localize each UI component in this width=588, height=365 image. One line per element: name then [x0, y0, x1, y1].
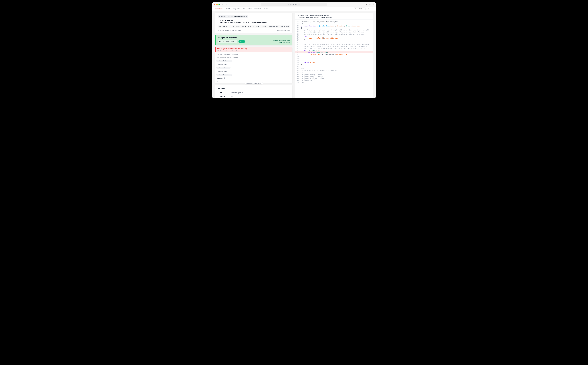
solution-card: Have you ran migrations? php artisan mig…: [215, 35, 292, 45]
code-line: 685: [295, 66, 373, 68]
tab-user[interactable]: USER: [248, 8, 252, 9]
code-text: */: [301, 82, 303, 84]
reload-icon[interactable]: ↻: [325, 4, 326, 5]
code-line: 668 // run the SQL against the PDO conne…: [295, 31, 373, 33]
stack-frame[interactable]: :346Illuminate\Database\Connection: [215, 56, 292, 59]
line-number: 683: [295, 62, 301, 63]
line-number: 682: [295, 59, 301, 62]
code-line: 682: [295, 59, 373, 62]
code-line: 691 * @param float|null $time: [295, 78, 373, 80]
code-line: 663 * @throws \Illuminate\Database\Query…: [295, 21, 373, 23]
line-number: 675: [295, 45, 301, 47]
forward-icon[interactable]: ›: [229, 4, 229, 6]
tab-request[interactable]: REQUEST: [233, 8, 239, 9]
exception-class-selector[interactable]: Illuminate\Database\QueryException ▾: [218, 15, 248, 18]
code-line: 688 *: [295, 72, 373, 74]
line-number: 673: [295, 41, 301, 43]
collapsed-frames-toggle[interactable]: + 10 vendor frames…: [216, 60, 232, 62]
code-body[interactable]: 663 * @throws \Illuminate\Database\Query…: [295, 20, 373, 84]
code-text: * @param string $query: [301, 74, 322, 76]
line-number: 663: [295, 21, 301, 23]
code-line: 666{: [295, 27, 373, 29]
close-window-icon[interactable]: [214, 4, 215, 5]
code-line: 667 // To execute the statement, we'll s…: [295, 29, 373, 31]
minimize-window-icon[interactable]: [216, 4, 217, 5]
address-bar[interactable]: ⚙︎ ignition-app.test ↻: [261, 3, 327, 6]
code-line: 675 // message to include the bindings w…: [295, 45, 373, 47]
exception-sql: SQL: select * from `users` where `uuid` …: [218, 25, 290, 28]
solution-command: php artisan migrate: [218, 40, 237, 43]
exception-card: Illuminate\Database\QueryException ▾ SQL…: [215, 13, 292, 33]
collapsed-frames-toggle[interactable]: + 1 vendor frame…: [216, 67, 231, 69]
code-text: // If an exception occurs when attemptin…: [301, 43, 370, 45]
line-number: 672: [295, 39, 301, 41]
code-line: 687 * Log a query in the connection's qu…: [295, 70, 373, 72]
tab-debug[interactable]: DEBUG: [264, 8, 268, 9]
stack-frame[interactable]: index.php :2: [215, 77, 292, 80]
content-body: Illuminate\Database\QueryException ▾ SQL…: [212, 11, 376, 98]
code-text: * @param array $bindings: [301, 76, 323, 78]
code-line: 669 // took to execute and log the query…: [295, 33, 373, 35]
sidebar-toggle-icon[interactable]: [222, 4, 224, 6]
exception-sqlstate: SQLSTATE[42S02]:: [220, 19, 290, 21]
line-number: 674: [295, 43, 301, 45]
code-line: 693 */: [295, 82, 373, 84]
tab-exception[interactable]: EXCEPTION: [215, 8, 223, 9]
stack-frame[interactable]: 1 unknown frame: [215, 70, 292, 73]
code-line: 664 */: [295, 23, 373, 25]
chevron-down-icon: ▾: [246, 16, 247, 17]
code-line: 692 * @return void: [295, 80, 373, 82]
request-title: Request: [218, 87, 290, 89]
stack-frame[interactable]: 1 unknown frame: [215, 63, 292, 66]
new-tab-icon[interactable]: [369, 4, 371, 6]
code-text: $query, $this->prepareBindings($bindings…: [301, 53, 348, 55]
tab-stack[interactable]: STACK: [226, 8, 230, 9]
code-text: /**: [301, 68, 303, 70]
stack-frame[interactable]: {Laravel…}/Illuminate/Database/Connectio…: [215, 47, 292, 52]
request-row: MethodGET: [220, 95, 290, 98]
solution-link-2[interactable]: CLI: Artisan Migrate: [279, 42, 290, 43]
docs-link[interactable]: Laravel 8 Docs: [354, 7, 366, 10]
tabs-overview-icon[interactable]: [372, 4, 374, 6]
code-text: * @throws \Illuminate\Database\QueryExce…: [301, 21, 339, 23]
code-text: * @return void: [301, 80, 313, 82]
code-text: // run the SQL against the PDO connectio…: [301, 31, 366, 33]
maximize-window-icon[interactable]: [218, 4, 220, 5]
solution-link-1[interactable]: Database: Running Migrations: [273, 40, 290, 41]
expand-all-button[interactable]: Expand all vendor frames: [245, 82, 263, 84]
try-it-button[interactable]: Try it: [238, 40, 245, 43]
code-line: 665protected function runQueryCallback($…: [295, 25, 373, 27]
line-number: 671: [295, 37, 301, 39]
code-header: {Laravel…}\Illuminate\Database\Connectio…: [295, 14, 373, 20]
code-text: throw new QueryException(: [301, 51, 328, 53]
code-text: {: [301, 27, 302, 29]
tab-context[interactable]: CONTEXT: [254, 8, 261, 9]
svg-rect-0: [222, 4, 224, 5]
line-number: 679: [295, 53, 301, 55]
share-button[interactable]: Share: [367, 8, 373, 10]
share-icon[interactable]: [366, 4, 367, 6]
collapsed-frames-toggle[interactable]: + 10 vendor frames…: [216, 74, 232, 76]
line-number: 677: [295, 49, 301, 51]
stack-frame[interactable]: :638Illuminate\Database\Connection: [215, 52, 292, 56]
code-text: catch (Exception $e) {: [301, 49, 322, 51]
line-number: 693: [295, 82, 301, 84]
code-text: // message to include the bindings with …: [301, 45, 367, 47]
line-number: 665: [295, 25, 301, 27]
code-line: 689 * @param string $query: [295, 74, 373, 76]
request-card: Request URLhttp://webapp.test/ MethodGET…: [215, 85, 292, 98]
line-number: 687: [295, 70, 301, 72]
line-number: 678: [295, 51, 301, 53]
window-controls: [214, 4, 220, 5]
line-number: 692: [295, 80, 301, 82]
code-line: 679 $query, $this->prepareBindings($bind…: [295, 53, 373, 55]
exception-message: SQLSTATE[42S02]: Base table or view not …: [218, 19, 290, 23]
line-number: 690: [295, 76, 301, 78]
line-number: 668: [295, 31, 301, 33]
code-text: }: [301, 57, 305, 59]
line-number: 664: [295, 23, 301, 25]
back-icon[interactable]: ‹: [226, 4, 227, 6]
tab-app[interactable]: APP: [242, 8, 245, 9]
line-number: 684: [295, 63, 301, 65]
titlebar: ‹ › ⚙︎ ignition-app.test ↻: [212, 2, 376, 7]
